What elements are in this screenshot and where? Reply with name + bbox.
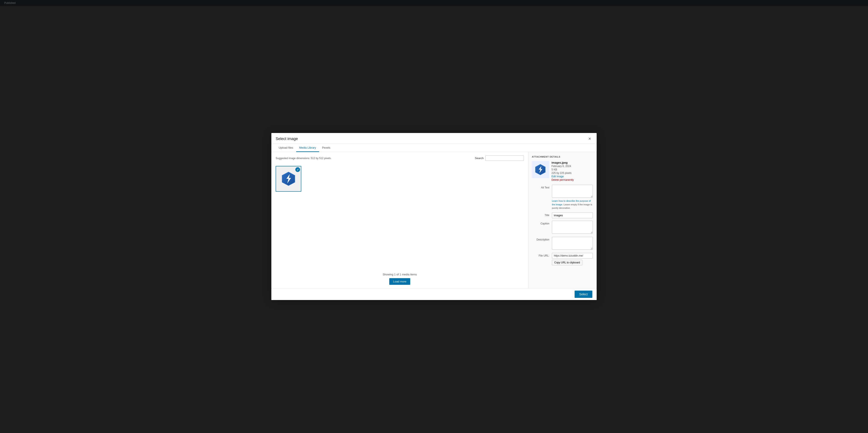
edit-image-link[interactable]: Edit Image xyxy=(552,175,574,178)
modal-body: Suggested image dimensions: 512 by 512 p… xyxy=(271,152,597,288)
modal-header: Select image × xyxy=(271,133,597,144)
tab-pexels[interactable]: Pexels xyxy=(319,144,333,152)
copy-url-button[interactable]: Copy URL to clipboard xyxy=(552,260,582,265)
attachment-logo-svg xyxy=(534,164,546,176)
attachment-dimensions: 225 by 225 pixels xyxy=(552,172,574,175)
modal-tabs: Upload files Media Library Pexels xyxy=(271,144,597,152)
delete-permanently-link[interactable]: Delete permanently xyxy=(552,178,574,181)
select-button[interactable]: Select xyxy=(575,291,592,298)
attachment-filename: images.jpeg xyxy=(552,161,574,164)
attachment-thumb-preview xyxy=(532,161,549,178)
select-image-modal: Select image × Upload files Media Librar… xyxy=(271,133,597,300)
media-grid xyxy=(276,166,524,268)
modal-title: Select image xyxy=(276,137,298,141)
description-label: Description xyxy=(532,237,552,253)
tab-upload[interactable]: Upload files xyxy=(276,144,296,152)
file-url-input[interactable] xyxy=(552,253,593,258)
attachment-preview: images.jpeg February 6, 2024 5 KB 225 by… xyxy=(532,161,593,181)
file-url-wrap xyxy=(552,253,593,258)
alt-text-value: Learn how to describe the purpose of the… xyxy=(552,185,593,212)
alt-text-input[interactable] xyxy=(552,185,593,198)
alt-help-text: Learn how to describe the purpose of the… xyxy=(552,199,593,210)
attachment-sidebar: ATTACHMENT DETAILS xyxy=(528,152,597,288)
search-area: Search xyxy=(475,155,524,161)
caption-value xyxy=(552,221,593,236)
selected-check-badge xyxy=(295,167,300,172)
title-input[interactable] xyxy=(552,212,593,218)
load-more-button[interactable]: Load more xyxy=(389,278,410,285)
caption-input[interactable] xyxy=(552,221,593,234)
media-area: Suggested image dimensions: 512 by 512 p… xyxy=(271,152,528,288)
attachment-date: February 6, 2024 xyxy=(552,165,574,168)
modal-footer: Select xyxy=(271,288,597,300)
description-row: Description xyxy=(532,237,593,253)
attachment-info-block: images.jpeg February 6, 2024 5 KB 225 by… xyxy=(552,161,574,181)
logo-svg xyxy=(281,171,296,186)
title-row: Title xyxy=(532,212,593,220)
file-url-row: File URL: Copy URL to clipboard xyxy=(532,253,593,267)
caption-row: Caption xyxy=(532,221,593,236)
search-input[interactable] xyxy=(485,155,524,161)
tab-media-library[interactable]: Media Library xyxy=(296,144,319,152)
caption-label: Caption xyxy=(532,221,552,236)
alt-text-label: Alt Text xyxy=(532,185,552,212)
title-value xyxy=(552,212,593,220)
modal-close-button[interactable]: × xyxy=(587,136,592,142)
file-url-label: File URL: xyxy=(532,253,552,267)
media-item[interactable] xyxy=(276,166,301,192)
suggested-dimensions-text: Suggested image dimensions: 512 by 512 p… xyxy=(276,157,332,160)
attachment-details-title: ATTACHMENT DETAILS xyxy=(532,155,593,158)
description-input[interactable] xyxy=(552,237,593,250)
title-label: Title xyxy=(532,212,552,220)
attachment-size: 5 KB xyxy=(552,168,574,171)
file-url-value: Copy URL to clipboard xyxy=(552,253,593,267)
showing-count-text: Showing 1 of 1 media items xyxy=(276,273,524,276)
modal-overlay: Select image × Upload files Media Librar… xyxy=(0,0,868,433)
description-value xyxy=(552,237,593,253)
alt-text-row: Alt Text Learn how to describe the purpo… xyxy=(532,185,593,212)
attachment-fields-table: Alt Text Learn how to describe the purpo… xyxy=(532,184,593,268)
search-label: Search xyxy=(475,156,484,160)
